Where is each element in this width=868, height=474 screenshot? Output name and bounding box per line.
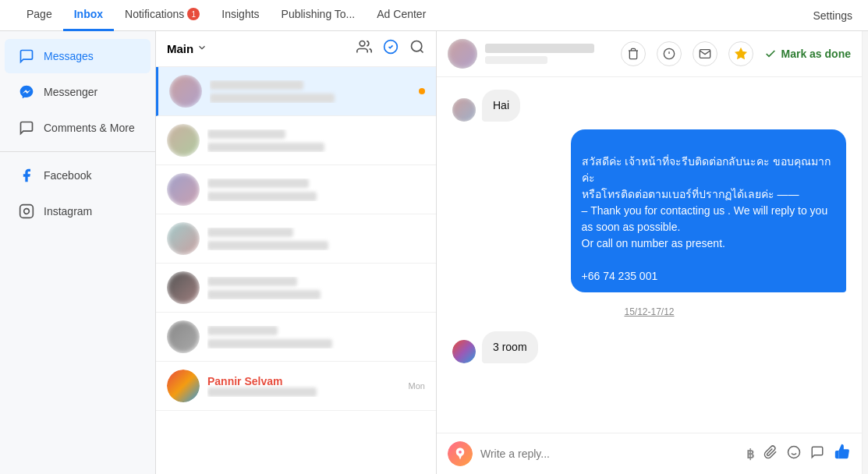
contact-name	[207, 179, 309, 188]
inbox-list: Pannir Selvam Mon	[156, 67, 436, 474]
avatar	[167, 222, 200, 255]
inbox-content: Pannir Selvam	[207, 375, 401, 397]
inbox-content	[207, 277, 425, 299]
nav-publishing[interactable]: Publishing To...	[271, 0, 367, 31]
svg-point-10	[459, 451, 462, 454]
chat-body: Hai สวัสดีค่ะ เจ้าหน้าที่จะรีบติดต่อกลับ…	[437, 77, 862, 433]
inbox-content	[207, 228, 425, 250]
message-row: Hai	[452, 90, 846, 122]
inbox-row[interactable]	[156, 313, 436, 362]
inbox-content	[207, 129, 425, 152]
inbox-content	[210, 80, 425, 103]
message-preview	[207, 192, 317, 201]
comments-icon	[17, 118, 36, 137]
avatar	[167, 124, 200, 157]
sidebar-item-messages[interactable]: Messages	[5, 39, 151, 73]
inbox-row[interactable]	[156, 264, 436, 313]
messages-icon	[17, 47, 36, 65]
contact-name	[207, 228, 293, 237]
search-icon[interactable]	[409, 39, 425, 58]
contact-name	[207, 277, 297, 286]
sender-avatar	[452, 340, 476, 363]
sidebar-item-instagram[interactable]: Instagram	[5, 194, 151, 228]
avatar	[167, 320, 200, 353]
attachment-icon[interactable]	[763, 445, 778, 463]
facebook-label: Facebook	[44, 169, 91, 182]
inbox-row[interactable]	[156, 116, 436, 165]
chat-panel: Mark as done Hai สวัสดีค่ะ เจ้าหน้าที่จะ…	[437, 31, 862, 474]
comment-icon[interactable]	[810, 445, 824, 463]
nav-notifications[interactable]: Notifications 1	[114, 0, 211, 31]
message-time: Mon	[409, 381, 425, 391]
settings-link[interactable]: Settings	[813, 9, 852, 22]
mark-done-button[interactable]: Mark as done	[764, 48, 851, 60]
inbox-row-pannir[interactable]: Pannir Selvam Mon	[156, 362, 436, 411]
svg-point-11	[788, 446, 800, 458]
nav-page[interactable]: Page	[16, 0, 63, 31]
chat-header-actions: Mark as done	[621, 41, 851, 66]
chat-contact-name	[485, 44, 594, 53]
message-row: สวัสดีค่ะ เจ้าหน้าที่จะรีบติดต่อกลับนะคะ…	[452, 129, 846, 292]
message-preview	[207, 290, 321, 299]
inbox-row[interactable]	[156, 214, 436, 264]
reply-avatar	[448, 441, 473, 466]
svg-line-5	[420, 50, 423, 53]
inbox-filter-title[interactable]: Main	[167, 42, 207, 55]
sidebar-item-messenger[interactable]: Messenger	[5, 75, 151, 109]
contact-name	[207, 129, 285, 139]
message-preview	[207, 241, 328, 250]
instagram-label: Instagram	[44, 205, 92, 218]
inbox-row[interactable]	[156, 165, 436, 214]
emoji-icon[interactable]	[787, 445, 801, 463]
reply-input[interactable]	[480, 447, 739, 460]
avatar	[167, 271, 200, 304]
sidebar-item-comments[interactable]: Comments & More	[5, 111, 151, 145]
star-button[interactable]	[728, 41, 753, 66]
avatar	[167, 370, 200, 402]
currency-icon[interactable]: ฿	[746, 447, 754, 462]
nav-insights[interactable]: Insights	[211, 0, 270, 31]
facebook-icon	[17, 166, 36, 185]
inbox-content	[207, 326, 425, 348]
svg-point-2	[360, 41, 365, 47]
nav-adcenter[interactable]: Ad Center	[366, 0, 437, 31]
chat-header-info	[485, 44, 613, 64]
messenger-label: Messenger	[44, 86, 97, 98]
inbox-header-icons	[356, 39, 425, 58]
nav-inbox[interactable]: Inbox	[63, 0, 114, 31]
messages-label: Messages	[44, 50, 94, 62]
footer-icons: ฿	[746, 443, 851, 465]
instagram-icon	[17, 202, 36, 221]
date-divider: 15/12-17/12	[452, 306, 846, 317]
like-button[interactable]	[834, 443, 851, 465]
people-icon[interactable]	[356, 39, 372, 58]
contact-name: Pannir Selvam	[207, 375, 401, 387]
messenger-icon	[17, 83, 36, 101]
right-scrollbar	[862, 31, 868, 474]
email-button[interactable]	[693, 41, 717, 66]
chat-contact-sub	[485, 56, 547, 64]
chat-header: Mark as done	[437, 31, 862, 77]
sidebar: Messages Messenger Comments & More Faceb…	[0, 31, 156, 474]
main-layout: Messages Messenger Comments & More Faceb…	[0, 31, 868, 474]
message-bubble: Hai	[482, 90, 520, 122]
inbox-panel: Main	[156, 31, 437, 474]
svg-point-4	[412, 41, 422, 51]
filter-done-icon[interactable]	[383, 39, 399, 58]
sidebar-item-facebook[interactable]: Facebook	[5, 158, 151, 193]
delete-button[interactable]	[621, 41, 646, 66]
chevron-down-icon	[197, 42, 207, 55]
message-preview	[207, 143, 324, 152]
inbox-row[interactable]	[156, 67, 436, 116]
contact-name	[207, 326, 278, 335]
svg-rect-0	[20, 205, 34, 218]
flag-button[interactable]	[657, 41, 682, 66]
inbox-header: Main	[156, 31, 436, 67]
comments-label: Comments & More	[44, 122, 135, 134]
avatar	[169, 75, 202, 108]
chat-contact-avatar	[448, 39, 477, 69]
message-bubble: 3 room	[482, 331, 538, 363]
chat-footer: ฿	[437, 433, 862, 474]
message-preview	[210, 94, 335, 103]
avatar	[167, 173, 200, 206]
